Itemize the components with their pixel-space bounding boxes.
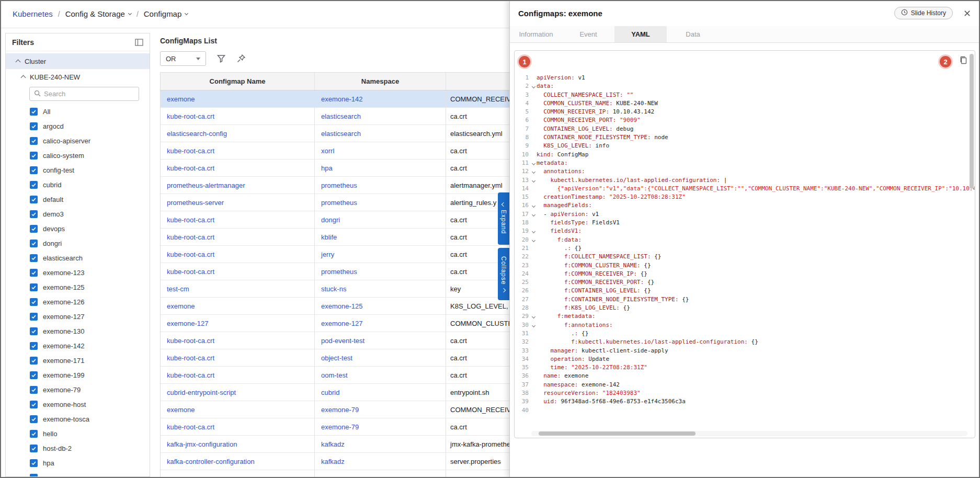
fold-toggle[interactable] [530, 176, 537, 185]
configmap-name-link[interactable]: cubrid-entrypoint-script [167, 389, 236, 396]
configmap-name-link[interactable]: kafka-controller-configuration [167, 458, 255, 465]
namespace-link[interactable]: kafkadz [321, 458, 345, 465]
checkbox-checked-icon[interactable] [30, 240, 38, 247]
fold-toggle[interactable] [530, 227, 537, 235]
checkbox-checked-icon[interactable] [30, 181, 38, 189]
namespace-link[interactable]: elasticsearch [321, 130, 361, 138]
namespace-link[interactable]: prometheus [321, 199, 357, 207]
namespace-checkbox-item[interactable]: exemone-tosca [30, 412, 150, 426]
configmap-name-link[interactable]: prometheus-alertmanager [167, 181, 245, 189]
namespace-checkbox-item[interactable]: exemone-199 [30, 368, 150, 382]
checkbox-checked-icon[interactable] [30, 342, 38, 350]
checkbox-checked-icon[interactable] [30, 401, 38, 408]
close-icon[interactable] [960, 6, 974, 20]
fold-toggle[interactable] [530, 210, 537, 219]
configmap-name-link[interactable]: kube-root-ca.crt [167, 164, 214, 172]
configmap-name-link[interactable]: prometheus-server [167, 199, 224, 207]
namespace-checkbox-item[interactable]: default [30, 192, 150, 207]
namespace-link[interactable]: exemone-79 [321, 423, 359, 431]
configmap-name-link[interactable]: kube-root-ca.crt [167, 251, 214, 258]
checkbox-checked-icon[interactable] [30, 474, 38, 477]
namespace-link[interactable]: kblife [321, 233, 337, 241]
namespace-link[interactable]: dongri [321, 216, 340, 224]
namespace-checkbox-item[interactable]: exemone-142 [30, 338, 150, 353]
configmap-name-link[interactable]: kube-root-ca.crt [167, 233, 214, 241]
namespace-checkbox-item[interactable]: host-db-2 [30, 441, 150, 456]
checkbox-checked-icon[interactable] [30, 327, 38, 335]
configmap-name-link[interactable]: kube-root-ca.crt [167, 337, 214, 345]
fold-toggle[interactable] [530, 82, 537, 90]
checkbox-checked-icon[interactable] [30, 210, 38, 218]
namespace-checkbox-item[interactable]: exemone-125 [30, 280, 150, 294]
checkbox-checked-icon[interactable] [30, 254, 38, 262]
namespace-checkbox-item[interactable]: exemone-123 [30, 265, 150, 280]
checkbox-checked-icon[interactable] [30, 122, 38, 130]
namespace-checkbox-item[interactable]: All [30, 104, 150, 119]
checkbox-checked-icon[interactable] [30, 445, 38, 452]
tab-data[interactable]: Data [667, 26, 719, 42]
namespace-link[interactable]: kafkadz [321, 440, 345, 448]
fold-toggle[interactable] [530, 321, 537, 329]
fold-toggle[interactable] [530, 312, 537, 321]
configmap-name-link[interactable]: test-cm [167, 285, 189, 293]
tab-information[interactable]: Information [510, 26, 562, 42]
configmap-name-link[interactable]: exemone [167, 95, 195, 103]
namespace-checkbox-item[interactable] [30, 470, 150, 477]
namespace-link[interactable]: prometheus [321, 181, 357, 189]
checkbox-checked-icon[interactable] [30, 430, 38, 438]
namespace-checkbox-item[interactable]: calico-system [30, 148, 150, 163]
editor-vertical-scrollbar[interactable] [970, 54, 974, 189]
namespace-checkbox-item[interactable]: dongri [30, 236, 150, 251]
checkbox-checked-icon[interactable] [30, 269, 38, 277]
configmap-name-link[interactable]: kube-root-ca.crt [167, 216, 214, 224]
fold-toggle[interactable] [530, 236, 537, 244]
filter-icon[interactable] [216, 54, 226, 63]
configmap-name-link[interactable]: elasticsearch-config [167, 130, 227, 138]
namespace-link[interactable]: elasticsearch [321, 112, 361, 120]
tree-node-cluster[interactable]: Cluster [6, 53, 150, 69]
expand-panel-button[interactable]: Expand [498, 192, 509, 245]
tab-yaml[interactable]: YAML [614, 26, 667, 42]
checkbox-checked-icon[interactable] [30, 357, 38, 365]
column-header-namespace[interactable]: Namespace [315, 73, 446, 90]
namespace-link[interactable]: exemone-127 [321, 320, 363, 327]
fold-toggle[interactable] [530, 167, 537, 176]
namespace-checkbox-item[interactable]: exemone-79 [30, 382, 150, 397]
namespace-checkbox-item[interactable]: exemone-130 [30, 324, 150, 338]
configmap-name-link[interactable]: kube-root-ca.crt [167, 268, 214, 276]
yaml-editor[interactable]: 1apiVersion: v12data:3 COLLECT_NAMESPACE… [514, 50, 975, 438]
namespace-checkbox-item[interactable]: hello [30, 426, 150, 441]
namespace-link[interactable]: stuck-ns [321, 285, 346, 293]
operator-select[interactable]: OR [160, 51, 206, 66]
checkbox-checked-icon[interactable] [30, 298, 38, 306]
configmap-name-link[interactable]: kube-root-ca.crt [167, 423, 214, 431]
namespace-link[interactable]: cubrid [321, 389, 339, 396]
namespace-link[interactable]: object-test [321, 354, 352, 362]
configmap-name-link[interactable]: exemone [167, 406, 195, 414]
collapse-panel-button[interactable]: Collapse [498, 248, 509, 300]
configmap-name-link[interactable]: kube-root-ca.crt [167, 354, 214, 362]
checkbox-checked-icon[interactable] [30, 137, 38, 145]
slide-history-button[interactable]: Slide History [894, 7, 953, 19]
namespace-checkbox-item[interactable]: exemone-127 [30, 309, 150, 324]
breadcrumb-config-storage[interactable]: Config & Storage [65, 9, 131, 18]
checkbox-checked-icon[interactable] [30, 386, 38, 394]
checkbox-checked-icon[interactable] [30, 225, 38, 233]
namespace-link[interactable]: prometheus [321, 268, 357, 276]
namespace-checkbox-item[interactable]: argocd [30, 119, 150, 133]
namespace-checkbox-item[interactable]: hpa [30, 456, 150, 470]
namespace-checkbox-item[interactable]: elasticsearch [30, 251, 150, 265]
configmap-name-link[interactable]: kube-root-ca.crt [167, 112, 214, 120]
breadcrumb-root-link[interactable]: Kubernetes [13, 9, 53, 18]
checkbox-checked-icon[interactable] [30, 371, 38, 379]
checkbox-checked-icon[interactable] [30, 313, 38, 321]
namespace-link[interactable]: exemone-79 [321, 406, 359, 414]
namespace-link[interactable]: xorrl [321, 147, 334, 155]
configmap-name-link[interactable]: exemone-127 [167, 320, 209, 327]
checkbox-checked-icon[interactable] [30, 459, 38, 467]
namespace-link[interactable]: exemone-125 [321, 302, 363, 310]
namespace-link[interactable]: jerry [321, 251, 334, 258]
namespace-checkbox-item[interactable]: exemone-host [30, 397, 150, 412]
namespace-link[interactable]: oom-test [321, 371, 348, 379]
tree-node-cluster-name[interactable]: KUBE-240-NEW [6, 69, 150, 85]
